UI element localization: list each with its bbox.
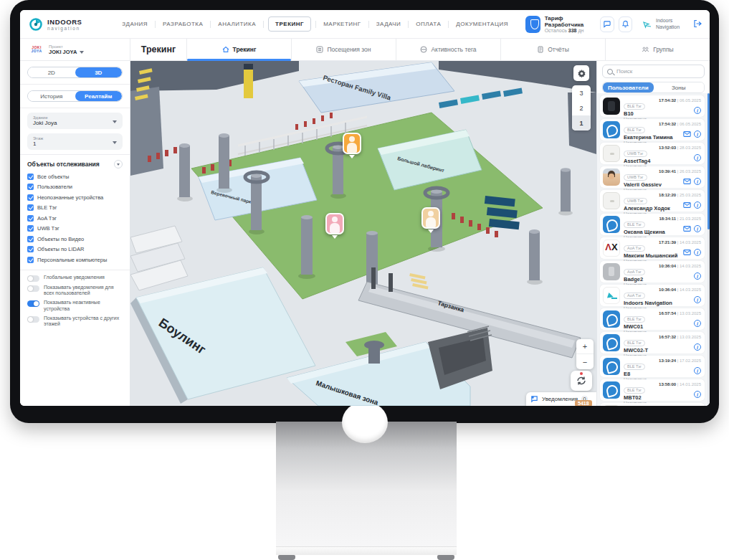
search-icon: [607, 69, 613, 75]
mail-icon[interactable]: [683, 226, 691, 232]
list-item[interactable]: UWB ТэгАлександр ХодокНеактивно18:12:20 …: [600, 190, 705, 212]
mail-icon[interactable]: [683, 179, 691, 184]
list-item[interactable]: BLE ТэгMWC01Неактивно16:57:54 | 13.03.20…: [600, 308, 705, 330]
list-item[interactable]: BLE ТэгE8Неактивно13:19:24 | 17.02.2025i: [600, 356, 705, 377]
info-icon[interactable]: i: [694, 367, 701, 374]
info-icon[interactable]: i: [694, 296, 701, 303]
nav-item-development[interactable]: РАЗРАБОТКА: [156, 21, 210, 27]
info-icon[interactable]: i: [694, 272, 701, 280]
nav-item-analytics[interactable]: АНАЛИТИКА: [211, 21, 263, 27]
rotate-view-button[interactable]: [571, 371, 592, 391]
person-marker[interactable]: [325, 213, 344, 234]
info-icon[interactable]: i: [694, 154, 701, 161]
search-input[interactable]: [616, 68, 700, 75]
list-item[interactable]: UWB ТэгValerii GassievНеактивно10:39:41 …: [600, 166, 705, 188]
tab-users[interactable]: Пользователи: [603, 82, 654, 92]
person-marker[interactable]: [343, 133, 361, 154]
tab-reports[interactable]: Отчёты: [500, 39, 605, 60]
flag-icon: [530, 395, 538, 403]
info-icon[interactable]: i: [694, 343, 701, 351]
building-select[interactable]: Здание Joki Joya: [27, 113, 123, 129]
list-item[interactable]: AoA ТэгIndoors NavigationНеактивно10:36:…: [600, 285, 705, 306]
mail-icon[interactable]: [683, 202, 691, 208]
device-name: Badge2: [624, 276, 680, 283]
info-icon[interactable]: i: [694, 320, 701, 327]
list-item[interactable]: BLE ТэгB10Неактивно17:54:32 | 06.05.2025…: [600, 95, 705, 117]
monitor-foot-right: [437, 555, 454, 560]
info-icon[interactable]: i: [694, 225, 701, 232]
checkbox-aoa-tag[interactable]: AoA Тэг: [27, 213, 123, 224]
checkbox-unknown-devices[interactable]: Неопознанные устройства: [27, 192, 123, 203]
floor-2-button[interactable]: 2: [572, 100, 591, 115]
notifications-count-badge: 5418: [575, 400, 592, 406]
list-item[interactable]: BLE ТэгОксана ЩекинаНеактивно18:34:11 | …: [600, 214, 705, 235]
search-field: [602, 65, 705, 78]
divider: [263, 21, 264, 28]
device-list[interactable]: BLE ТэгB10Неактивно17:54:32 | 06.05.2025…: [597, 93, 707, 406]
info-icon[interactable]: i: [694, 130, 701, 138]
scrollbar[interactable]: [707, 93, 710, 406]
list-item[interactable]: AoA ТэгBadge2Неактивно10:36:04 | 14.03.2…: [600, 261, 705, 283]
zoom-in-button[interactable]: +: [576, 339, 594, 354]
person-marker[interactable]: [421, 207, 440, 229]
info-icon[interactable]: i: [694, 249, 701, 256]
toggle-show-other-floor-devices[interactable]: Показывать устройства с других этажей: [27, 315, 123, 328]
collapse-button[interactable]: [114, 160, 123, 169]
toggle-global-notifications[interactable]: Глобальные уведомления: [27, 275, 123, 282]
toggle-3d[interactable]: 3D: [75, 67, 123, 77]
toggle-history[interactable]: История: [28, 91, 75, 101]
tab-zone-visits[interactable]: Посещения зон: [291, 39, 396, 60]
mail-icon[interactable]: [683, 131, 691, 137]
mail-icon[interactable]: [683, 250, 691, 255]
checkbox-uwb-tag[interactable]: UWB Тэг: [27, 224, 123, 234]
checkbox-personal-computers[interactable]: Персональные компьютеры: [27, 255, 123, 265]
account-name: Indoors Navigation: [656, 18, 687, 31]
list-item[interactable]: BLE ТэгMWC02-TНеактивно16:57:32 | 13.03.…: [600, 332, 705, 353]
toggle-realtime[interactable]: Реалтайм: [75, 91, 123, 101]
nav-item-buildings[interactable]: ЗДАНИЯ: [115, 21, 155, 27]
tab-zones[interactable]: Зоны: [654, 82, 705, 92]
floor-select[interactable]: Этаж 1: [27, 133, 123, 150]
info-icon[interactable]: i: [694, 107, 701, 114]
logout-button[interactable]: [693, 18, 702, 31]
app-logo[interactable]: INDOORS navigation: [20, 17, 115, 32]
checkbox-video-objects[interactable]: Объекты по Видео: [27, 234, 123, 245]
chat-button[interactable]: [600, 16, 614, 32]
zoom-out-button[interactable]: −: [576, 354, 594, 369]
list-item[interactable]: UWB ТэгAssetTag4Неактивно13:52:03 | 28.0…: [600, 143, 705, 164]
checkbox-checked-icon: [27, 225, 34, 232]
tariff-info[interactable]: Тариф Разработчика Осталось 338 дн: [525, 15, 596, 33]
nav-item-tracking[interactable]: ТРЕКИНГ: [268, 16, 311, 32]
floor-map-3d[interactable]: Ресторан Family Villa Веревочный парк Бо…: [130, 61, 596, 406]
nav-item-documentation[interactable]: ДОКУМЕНТАЦИЯ: [449, 21, 515, 27]
list-item[interactable]: AoA ТэгМаксим МышанскийНеактивно17:21:39…: [600, 237, 705, 259]
checkbox-users[interactable]: Пользователи: [27, 182, 123, 193]
checkbox-checked-icon: [27, 215, 34, 222]
toggle-show-inactive-devices[interactable]: Показывать неактивные устройства: [27, 300, 123, 313]
checkbox-lidar-objects[interactable]: Объекты по LIDAR: [27, 245, 123, 255]
list-item[interactable]: BLE Тэг15:01:52 | 31.10.2024i: [600, 403, 705, 406]
checkbox-all-objects[interactable]: Все объекты: [27, 171, 123, 182]
info-icon[interactable]: i: [694, 391, 701, 398]
list-item[interactable]: BLE ТэгЕкатерина ТиминаНеактивно17:54:32…: [600, 119, 705, 141]
info-icon[interactable]: i: [694, 178, 701, 185]
zoom-control: + −: [576, 339, 594, 369]
floor-3-button[interactable]: 3: [572, 85, 591, 100]
toggle-2d[interactable]: 2D: [28, 67, 75, 77]
nav-item-tasks[interactable]: ЗАДАЧИ: [369, 21, 409, 27]
info-icon[interactable]: i: [694, 201, 701, 209]
tab-tag-activity[interactable]: Активность тега: [396, 39, 500, 60]
nav-item-payment[interactable]: ОПЛАТА: [409, 21, 448, 27]
checkbox-checked-icon: [27, 246, 34, 252]
floor-1-button[interactable]: 1: [572, 115, 591, 130]
account-menu[interactable]: Indoors Navigation: [642, 18, 687, 31]
tab-tracking[interactable]: Трекинг: [186, 39, 291, 60]
checkbox-ble-tag[interactable]: BLE Тэг: [27, 203, 123, 214]
nav-item-marketing[interactable]: МАРКЕТИНГ: [316, 21, 368, 27]
project-selector[interactable]: Проект JOKI JOYA: [20, 39, 130, 60]
tab-groups[interactable]: Группы: [605, 39, 710, 60]
toggle-show-notifications-all-users[interactable]: Показывать уведомления для всех пользова…: [27, 285, 123, 298]
list-item[interactable]: BLE ТэгMBT02Неактивно13:58:00 | 14.01.20…: [600, 379, 705, 401]
notifications-button[interactable]: [619, 16, 632, 32]
map-settings-button[interactable]: [573, 65, 589, 81]
